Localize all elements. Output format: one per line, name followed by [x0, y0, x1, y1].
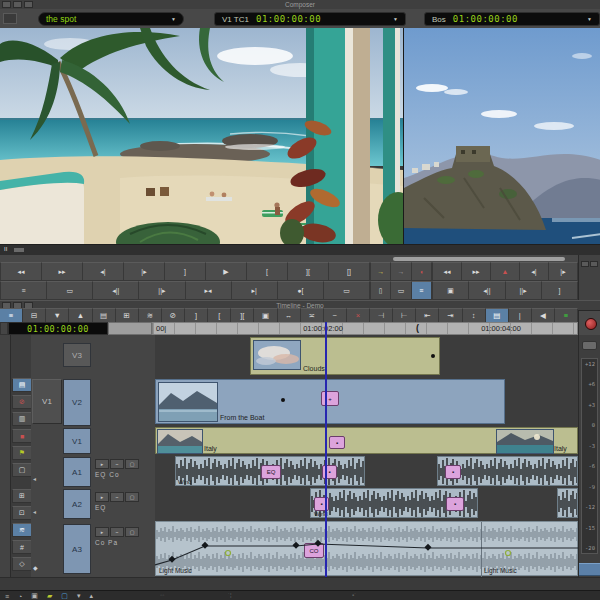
- transport-button[interactable]: ◂◂: [0, 262, 42, 281]
- timeline-tool-button[interactable]: ⊟: [23, 308, 46, 323]
- transport-button[interactable]: |▸: [549, 262, 578, 281]
- transport-button[interactable]: ◂◂: [432, 262, 462, 281]
- track-button-v3[interactable]: V3: [63, 343, 91, 367]
- timeline-tool-button[interactable]: ⊢: [393, 308, 416, 323]
- transport-button[interactable]: []: [329, 262, 370, 281]
- timeline-tool-button[interactable]: ≍: [301, 308, 324, 323]
- timeline-tool-button[interactable]: ↔: [278, 308, 301, 323]
- tool-button[interactable]: ≡: [0, 281, 47, 300]
- tool-button[interactable]: ||▸: [506, 281, 542, 300]
- track-button-a1[interactable]: A1: [63, 457, 91, 487]
- transport-button[interactable]: ▸▸: [42, 262, 83, 281]
- palette-button[interactable]: ≋: [12, 523, 32, 537]
- audio-header-button[interactable]: ▢: [125, 492, 139, 502]
- audio-header-button[interactable]: ▢: [125, 459, 139, 469]
- audio-header-button[interactable]: ▸: [95, 527, 109, 537]
- palette-button[interactable]: ⊞: [12, 489, 32, 503]
- tool-button[interactable]: ▸|: [232, 281, 278, 300]
- edit-tool-button[interactable]: ▭: [391, 281, 411, 300]
- palette-button[interactable]: ■: [12, 429, 32, 443]
- transport-button[interactable]: ◂|: [83, 262, 124, 281]
- audio-header-button[interactable]: ~: [110, 459, 124, 469]
- record-monitor-video[interactable]: [403, 28, 600, 244]
- tool-button[interactable]: ◂||: [469, 281, 505, 300]
- timeline-tool-button[interactable]: ×: [347, 308, 370, 323]
- scrollbar-thumb[interactable]: [579, 563, 600, 576]
- transport-button[interactable]: ▲: [491, 262, 520, 281]
- source-timecode-display[interactable]: V1 TC1 01:00:00:00 ▼: [214, 12, 406, 26]
- transport-button[interactable]: ▸▸: [462, 262, 491, 281]
- taskbar-icon[interactable]: ▴: [89, 592, 93, 600]
- track-button-v2[interactable]: V2: [63, 379, 91, 426]
- track-button-a3[interactable]: A3: [63, 524, 91, 574]
- record-light[interactable]: [585, 318, 597, 330]
- taskbar-icon[interactable]: ◔: [18, 593, 22, 600]
- taskbar-icon[interactable]: ▣: [31, 592, 38, 600]
- transport-button[interactable]: ][: [288, 262, 329, 281]
- tool-button[interactable]: ▸◂: [186, 281, 232, 300]
- effect-badge[interactable]: ▪: [445, 465, 461, 479]
- timeline-ruler[interactable]: 00| 01:00:02:00 ( 01:00:04:00: [152, 322, 578, 335]
- keyframe-diamond-icon[interactable]: ◆: [33, 564, 38, 571]
- edit-button[interactable]: →: [391, 262, 411, 281]
- edit-tool-button[interactable]: ≡: [412, 281, 432, 300]
- tool-button[interactable]: ||▸: [139, 281, 185, 300]
- timeline-tool-button[interactable]: |: [509, 308, 532, 323]
- audio-clip-light-music[interactable]: Light Music Light Music CO: [155, 521, 578, 576]
- clip-name-menu[interactable]: the spot ▼: [38, 12, 184, 26]
- taskbar-faint-icon[interactable]: ▪˙: [352, 592, 356, 598]
- track-button-v1[interactable]: V1: [63, 428, 91, 454]
- timeline-tool-button[interactable]: ⇥: [439, 308, 462, 323]
- transport-button[interactable]: [: [247, 262, 288, 281]
- timeline-tool-button[interactable]: ⊘: [162, 308, 185, 323]
- transport-button[interactable]: ]: [165, 262, 206, 281]
- palette-button[interactable]: ▢: [12, 463, 32, 477]
- tool-button[interactable]: ◂||: [93, 281, 139, 300]
- tool-button[interactable]: ▭: [47, 281, 93, 300]
- source-patch-v1[interactable]: V1: [32, 379, 62, 424]
- timeline-tool-button[interactable]: [: [208, 308, 231, 323]
- taskbar-icon[interactable]: ≡: [5, 593, 9, 600]
- edit-button[interactable]: ◖: [412, 262, 432, 281]
- timeline-tool-button[interactable]: ≡: [0, 308, 23, 323]
- audio-clip-fragment[interactable]: [557, 488, 578, 518]
- audio-header-button[interactable]: ▸: [95, 492, 109, 502]
- edit-button[interactable]: →: [370, 262, 391, 281]
- mute-arrow-icon[interactable]: ◂: [33, 508, 36, 515]
- source-monitor-video[interactable]: [0, 28, 403, 244]
- playhead[interactable]: [325, 322, 327, 577]
- taskbar-faint-icon[interactable]: ◦◦: [160, 592, 164, 598]
- transport-button[interactable]: |▸: [124, 262, 165, 281]
- minimize-icon[interactable]: [581, 261, 589, 267]
- audio-clip-wind-3[interactable]: Wind ▪ ▪: [310, 488, 478, 518]
- timeline-tool-button[interactable]: ]: [185, 308, 208, 323]
- timeline-tool-button[interactable]: ~: [324, 308, 347, 323]
- timeline-tool-button[interactable]: ▤: [93, 308, 116, 323]
- clip-italy[interactable]: Italy ▪ Italy: [155, 427, 578, 454]
- timeline-tool-button[interactable]: ⊞: [116, 308, 139, 323]
- track-height-slider[interactable]: [108, 322, 152, 335]
- effect-badge[interactable]: ▪: [446, 497, 464, 511]
- palette-button[interactable]: ⊡: [12, 506, 32, 520]
- taskbar-faint-icon[interactable]: ˙¦: [228, 592, 232, 598]
- effect-badge[interactable]: ▪: [329, 436, 345, 449]
- transport-button[interactable]: ◂|: [520, 262, 549, 281]
- tool-button[interactable]: ▣: [432, 281, 469, 300]
- timeline-tool-button[interactable]: ≋: [139, 308, 162, 323]
- taskbar-icon[interactable]: ▢: [61, 592, 68, 600]
- timeline-tool-button[interactable]: ◀: [532, 308, 555, 323]
- track-button-a2[interactable]: A2: [63, 489, 91, 519]
- mute-arrow-icon[interactable]: ◂: [33, 475, 36, 482]
- timeline-tool-button[interactable]: ⊣: [370, 308, 393, 323]
- audio-header-button[interactable]: ▸: [95, 459, 109, 469]
- timeline-tool-button[interactable]: ↕: [463, 308, 486, 323]
- audio-clip-wind-1[interactable]: Wind EQ ▪: [175, 456, 365, 486]
- timeline-tool-button[interactable]: ][: [231, 308, 254, 323]
- timeline-tool-button[interactable]: ▣: [254, 308, 277, 323]
- taskbar-icon[interactable]: ▰: [47, 592, 52, 600]
- timeline-tool-button[interactable]: ▲: [69, 308, 92, 323]
- palette-button[interactable]: ▥: [12, 412, 32, 426]
- timeline-tool-button[interactable]: ▼: [46, 308, 69, 323]
- taskbar-icon[interactable]: ▾: [77, 592, 81, 600]
- palette-button[interactable]: ⚑: [12, 446, 32, 460]
